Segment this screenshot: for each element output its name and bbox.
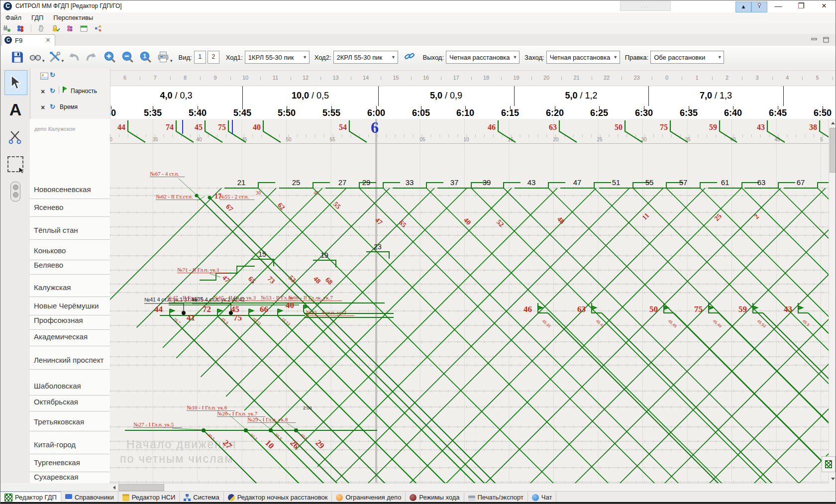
train-number[interactable]: 44 <box>154 304 163 314</box>
train-number[interactable]: 75 <box>694 304 703 314</box>
annotation[interactable]: №52 - 4 ст.п. ук.3 <box>306 309 347 315</box>
script-icon[interactable] <box>37 24 46 32</box>
calendar-icon[interactable] <box>80 24 89 32</box>
station-label[interactable]: Академическая <box>34 332 88 341</box>
annotation[interactable]: №75 4 ст.л. ук.2 42:42 <box>192 297 245 302</box>
depot-train-number[interactable]: 75 <box>218 123 226 131</box>
horizontal-scrollbar[interactable] <box>110 483 829 492</box>
tools-button[interactable] <box>46 48 64 67</box>
scroll-left-button[interactable] <box>110 484 118 491</box>
depot-train-number[interactable]: 45 <box>195 123 203 131</box>
parity-close-icon[interactable]: × <box>41 88 45 96</box>
step-train-number[interactable]: 19 <box>320 251 328 259</box>
station-label[interactable]: Калужская <box>34 283 71 292</box>
annotation[interactable]: №10 - I Гл.п. ук.6 <box>187 404 227 410</box>
canvas-corner-button[interactable] <box>822 456 836 472</box>
perspective-tab-8[interactable]: Чат <box>528 492 557 503</box>
time-refresh-icon[interactable]: ↻ <box>50 103 55 110</box>
parity-interval-ruler[interactable]: 4,0 / 0,310,0 / 0,55,0 / 0,95,0 / 1,27,0… <box>110 86 836 106</box>
zoom-out-button[interactable] <box>118 48 136 67</box>
combo-caret-icon[interactable]: ▼ <box>716 55 724 60</box>
minimize-button[interactable]: — <box>771 0 786 12</box>
time-ruler[interactable]: 305:355:405:455:505:556:006:056:106:156:… <box>110 106 836 119</box>
train-graph-canvas[interactable]: 0354045505505101520253035404554474457540… <box>110 119 829 483</box>
depot-train-number[interactable]: 50 <box>615 123 623 131</box>
undo-button[interactable] <box>65 48 83 67</box>
depot-train-number[interactable]: 46 <box>488 123 496 131</box>
zoom-in-button[interactable] <box>101 48 118 67</box>
depot-train-number[interactable]: 63 <box>549 123 557 131</box>
terminal-train-number[interactable]: 39 <box>483 178 491 187</box>
combo-1[interactable]: 2КРЛ 55-30 пик▼ <box>333 51 398 64</box>
horizontal-scroll-thumb[interactable] <box>118 484 164 491</box>
terminal-train-number[interactable]: 55 <box>645 178 654 187</box>
departure-dot[interactable] <box>182 311 186 315</box>
depot-train-number[interactable]: 75 <box>660 123 668 131</box>
perspective-tab-0[interactable]: Редактор ГДП <box>0 492 61 503</box>
step-train-number[interactable]: 23 <box>374 243 382 251</box>
departure-dot[interactable] <box>229 311 233 315</box>
station-label[interactable]: Тёплый стан <box>34 226 78 234</box>
station-label[interactable]: Шаболовская <box>34 382 81 390</box>
time-close-icon[interactable]: × <box>41 103 45 111</box>
scroll-up-button[interactable] <box>829 119 836 127</box>
scroll-down-button[interactable] <box>829 475 836 483</box>
station-label[interactable]: Третьяковская <box>34 417 84 426</box>
text-tool[interactable]: A <box>4 98 26 121</box>
combo-0[interactable]: 1КРЛ 55-30 пик▼ <box>245 51 310 64</box>
collapse-button[interactable]: ▲ <box>735 1 751 12</box>
perspective-tab-7[interactable]: Печать/экспорт <box>464 492 528 503</box>
annotation[interactable]: №27 - I Гл.п. ук.5 <box>133 421 174 427</box>
station-label[interactable]: Тургеневская <box>34 458 80 467</box>
perspective-tab-5[interactable]: Ограничения депо <box>332 492 406 503</box>
menu-2[interactable]: Перспективы <box>48 12 98 23</box>
doc-tab-close-icon[interactable]: ✕ <box>45 36 51 44</box>
select-tool[interactable] <box>4 70 27 95</box>
train-number[interactable]: 63 <box>577 304 586 314</box>
terminal-train-number[interactable]: 33 <box>406 178 414 187</box>
minimize-pane-button[interactable] <box>811 36 820 43</box>
depot-train-number[interactable]: 40 <box>253 123 261 131</box>
depot-train-number[interactable]: 59 <box>709 123 717 131</box>
people-icon[interactable] <box>65 24 74 32</box>
combo-4[interactable]: Обе расстановки▼ <box>650 51 724 64</box>
dropdown-caret[interactable]: ▾ <box>62 58 64 63</box>
combo-caret-icon[interactable]: ▼ <box>612 55 620 60</box>
station-label[interactable]: Новоясеневская <box>34 185 91 194</box>
depot-train-number[interactable]: 74 <box>166 123 174 131</box>
vertical-scroll-thumb[interactable] <box>830 128 836 173</box>
annotation[interactable]: №41 4 ст.л. ук.1 37:49 <box>144 297 197 302</box>
annotation[interactable]: №71 - II Гл.п. ук.1 <box>177 267 219 273</box>
terminal-train-number[interactable]: 21 <box>237 178 246 187</box>
station-label[interactable]: Ясенево <box>34 203 63 211</box>
restore-button[interactable]: ❐ <box>794 0 809 12</box>
annotation[interactable]: №29 - I Гл.п. ук.8 <box>247 416 288 422</box>
perspective-tab-1[interactable]: Справочники <box>61 492 118 503</box>
vertical-scrollbar[interactable] <box>829 119 836 483</box>
permissions-icon[interactable] <box>51 24 60 32</box>
depot-train-number[interactable]: 44 <box>117 123 125 131</box>
annotation[interactable]: №62 - II Гл.ст.п. <box>156 194 193 200</box>
combo-caret-icon[interactable]: ▼ <box>390 55 398 60</box>
step-train-number[interactable]: 15 <box>258 250 266 258</box>
connect-icon[interactable] <box>2 24 11 32</box>
train-number[interactable]: 50 <box>649 304 658 314</box>
combo-caret-icon[interactable]: ▼ <box>511 55 519 60</box>
refresh-icon[interactable]: ↻ <box>50 71 55 79</box>
zoom-100-button[interactable]: 1 <box>136 48 154 67</box>
view-options-button[interactable] <box>26 48 44 67</box>
menu-1[interactable]: ГДП <box>26 12 48 23</box>
dropdown-caret[interactable]: ▾ <box>42 58 45 63</box>
depot-train-number[interactable]: 54 <box>339 123 347 131</box>
combo-2[interactable]: Четная расстановка▼ <box>446 51 520 64</box>
dropdown-caret[interactable]: ▾ <box>170 58 173 63</box>
close-button[interactable]: × <box>817 0 832 12</box>
terminal-train-number[interactable]: 67 <box>797 178 805 187</box>
perspective-tab-6[interactable]: Режимы хода <box>406 492 464 503</box>
view-button-1[interactable]: 1 <box>194 51 206 64</box>
combo-caret-icon[interactable]: ▼ <box>301 55 309 60</box>
station-label[interactable]: Ленинский проспект <box>34 356 104 364</box>
layer-icon[interactable] <box>40 73 48 80</box>
station-label[interactable]: Коньково <box>34 246 66 255</box>
users-icon[interactable] <box>16 24 25 32</box>
